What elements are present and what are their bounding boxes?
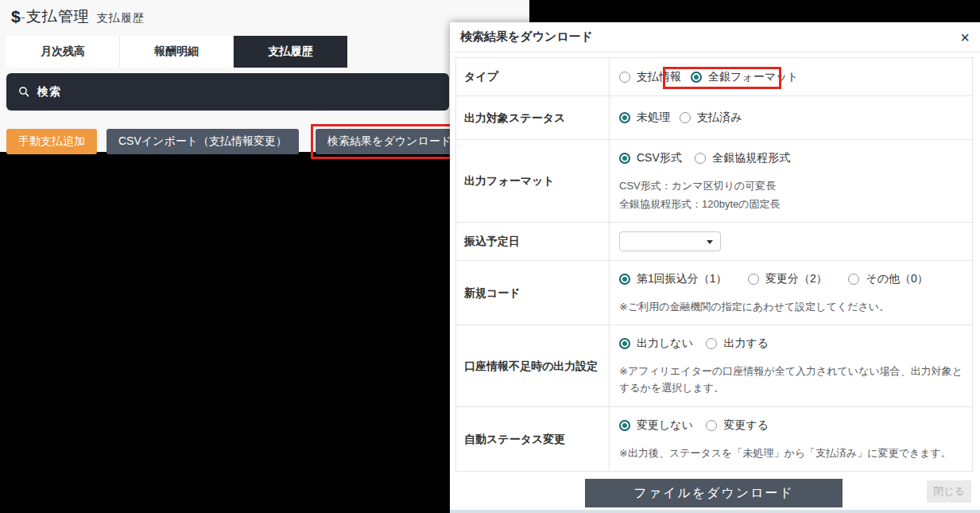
row-new-code: 新規コード 第1回振込分（1） 変更分（2） その他（0） <box>456 261 972 325</box>
radio-icon <box>619 274 630 285</box>
tab-payment-history[interactable]: 支払履歴 <box>234 36 347 68</box>
toolbar: 手動支払追加 CSVインポート（支払情報変更） 検索結果をダウンロード <box>6 124 468 159</box>
tab-reward-details[interactable]: 報酬明細 <box>120 36 234 68</box>
radio-first-transfer[interactable]: 第1回振込分（1） <box>619 272 727 286</box>
annotation-box-download-button: 検索結果をダウンロード <box>311 124 468 159</box>
file-download-button[interactable]: ファイルをダウンロード <box>585 479 842 507</box>
missing-account-note: ※アフィリエイターの口座情報が全て入力されていない場合、出力対象とするかを選択し… <box>619 363 972 396</box>
download-search-results-modal: 検索結果をダウンロード × タイプ 支払情報 全銀フォーマット 出力対象ステータ… <box>450 22 980 513</box>
radio-icon <box>619 338 630 349</box>
page-subtitle: 支払履歴 <box>97 8 145 25</box>
radio-change-status[interactable]: 変更する <box>706 418 769 433</box>
radio-icon <box>619 153 630 164</box>
radio-icon <box>691 72 702 83</box>
row-transfer-date: 振込予定日 <box>456 223 972 261</box>
radio-csv-format[interactable]: CSV形式 <box>619 151 682 165</box>
radio-icon <box>680 112 691 123</box>
transfer-date-select[interactable] <box>619 231 721 251</box>
search-placeholder: 検索 <box>37 85 61 99</box>
radio-no-output[interactable]: 出力しない <box>619 336 693 351</box>
row-transfer-date-label: 振込予定日 <box>456 223 610 260</box>
download-options-table: タイプ 支払情報 全銀フォーマット 出力対象ステータス 未処理 <box>455 57 973 472</box>
radio-icon <box>748 274 759 285</box>
modal-header: 検索結果をダウンロード × <box>450 22 980 52</box>
row-new-code-label: 新規コード <box>456 261 610 325</box>
new-code-note: ※ご利用の金融機関の指定にあわせて設定してください。 <box>619 298 972 315</box>
modal-title: 検索結果をダウンロード <box>460 29 593 45</box>
row-output-status-label: 出力対象ステータス <box>456 96 610 139</box>
radio-output[interactable]: 出力する <box>706 336 769 351</box>
download-search-results-button[interactable]: 検索結果をダウンロード <box>316 129 463 154</box>
radio-icon <box>619 112 630 123</box>
radio-unprocessed[interactable]: 未処理 <box>619 111 670 125</box>
radio-icon <box>706 420 717 431</box>
search-icon <box>18 86 30 98</box>
row-output-format-label: 出力フォーマット <box>456 140 610 222</box>
manual-payment-add-button[interactable]: 手動支払追加 <box>6 129 97 154</box>
radio-no-change[interactable]: 変更しない <box>619 418 693 433</box>
radio-change[interactable]: 変更分（2） <box>748 272 827 286</box>
close-icon[interactable]: × <box>960 29 970 45</box>
row-missing-account-output-label: 口座情報不足時の出力設定 <box>456 325 610 406</box>
radio-payment-info[interactable]: 支払情報 <box>619 70 681 84</box>
radio-icon <box>848 274 859 285</box>
radio-paid[interactable]: 支払済み <box>680 111 742 125</box>
row-auto-status-change-label: 自動ステータス変更 <box>456 407 610 471</box>
csv-import-button[interactable]: CSVインポート（支払情報変更） <box>107 129 299 154</box>
radio-zengin-format[interactable]: 全銀フォーマット <box>691 70 799 84</box>
tab-monthly-balance[interactable]: 月次残高 <box>6 36 120 68</box>
row-output-format: 出力フォーマット CSV形式 全銀協規程形式 CSV形式：カンマ区切りの可変長 … <box>456 140 972 223</box>
radio-zengin-kitei-format[interactable]: 全銀協規程形式 <box>695 151 790 165</box>
page-title: 支払管理 <box>26 6 90 27</box>
radio-icon <box>695 153 706 164</box>
payment-dollar-icon: $→ <box>11 6 21 27</box>
app-header: $→ 支払管理 支払履歴 <box>11 6 145 27</box>
modal-close-button[interactable]: 閉じる <box>927 480 971 503</box>
row-type: タイプ 支払情報 全銀フォーマット <box>456 58 972 96</box>
row-output-status: 出力対象ステータス 未処理 支払済み <box>456 96 972 140</box>
radio-other[interactable]: その他（0） <box>848 272 928 286</box>
radio-icon <box>619 420 630 431</box>
auto-status-note: ※出力後、ステータスを「未処理」から「支払済み」に変更できます。 <box>619 445 972 461</box>
chevron-down-icon <box>707 240 713 244</box>
format-note-zengin: 全銀協規程形式：120byteの固定長 <box>619 196 972 212</box>
row-missing-account-output: 口座情報不足時の出力設定 出力しない 出力する ※アフィリエイターの口座情報が全… <box>456 325 972 407</box>
format-note-csv: CSV形式：カンマ区切りの可変長 <box>619 177 972 194</box>
row-auto-status-change: 自動ステータス変更 変更しない 変更する ※出力後、ステータスを「未処理」から「… <box>456 407 972 471</box>
search-input[interactable]: 検索 <box>6 73 449 111</box>
tab-bar: 月次残高 報酬明細 支払履歴 <box>6 36 347 68</box>
row-type-label: タイプ <box>456 58 610 95</box>
radio-icon <box>706 338 717 349</box>
radio-icon <box>619 72 630 83</box>
